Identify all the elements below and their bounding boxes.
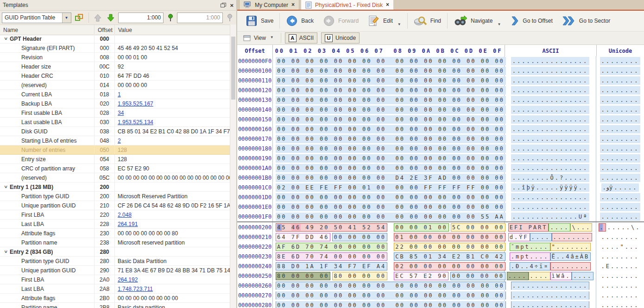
- next-field-button[interactable]: [105, 12, 116, 23]
- hex-field-segment[interactable]: 00 00 00 00 00 00 00 00 00 00 00 00 00 0…: [276, 213, 506, 221]
- hex-field-segment[interactable]: ................: [511, 76, 590, 85]
- ascii-cell[interactable]: ................: [505, 105, 596, 114]
- hex-field-segment[interactable]: 00 00 00 00 00 00 00 00 00 00 00 00 00 0…: [276, 154, 506, 163]
- hex-field-segment[interactable]: ................: [511, 291, 590, 300]
- hex-bytes-cell[interactable]: 00 00 00 00 00 00 00 00 00 00 00 00 00 0…: [273, 212, 505, 221]
- hex-field-segment[interactable]: ........: [600, 96, 641, 104]
- value-link[interactable]: 264.191: [118, 221, 138, 227]
- template-row[interactable]: First LBA2202.048: [0, 210, 230, 220]
- hex-bytes-cell[interactable]: 00 00 00 00 00 00 00 00 00 00 00 00 00 0…: [273, 95, 505, 105]
- hex-field-segment[interactable]: 00 00 00 00 00 00 00 00 D4 2E 3F AD 00 0…: [276, 174, 506, 182]
- view-menu-button[interactable]: View ▼: [240, 33, 277, 43]
- hex-field-segment[interactable]: 00 00 00 00 00 00 00 00 00 00 00 00 00 0…: [276, 164, 506, 172]
- hex-field-segment[interactable]: ................: [511, 145, 590, 153]
- hex-field-segment[interactable]: ................: [511, 86, 590, 94]
- template-row[interactable]: Header CRC01064 7F DD 46: [0, 71, 230, 81]
- template-row[interactable]: Partition name238Microsoft reserved part…: [0, 238, 230, 247]
- template-row[interactable]: >Entry 2 (834 GB)280: [0, 247, 230, 257]
- close-panel-icon[interactable]: ×: [230, 2, 234, 8]
- template-row[interactable]: Unique partition GUID29071 E8 3A 4E 67 B…: [0, 266, 230, 275]
- ascii-cell[interactable]: ................: [505, 144, 596, 153]
- hex-field-segment[interactable]: ........: [550, 262, 591, 270]
- template-row[interactable]: Partition type GUID200Microsoft Reserved…: [0, 192, 230, 201]
- hex-bytes-cell[interactable]: AF 6D 70 74 00 00 00 0022 00 00 00 00 00…: [273, 242, 505, 251]
- hex-field-segment[interactable]: ................: [511, 301, 590, 308]
- back-button[interactable]: Back: [281, 12, 318, 30]
- unicode-cell[interactable]: ........: [596, 202, 644, 212]
- hex-field-segment[interactable]: ........: [600, 76, 641, 85]
- ascii-cell[interactable]: d.ÝF............: [505, 232, 596, 242]
- hex-field-segment[interactable]: ".......: [550, 243, 591, 251]
- value-link[interactable]: 1: [118, 91, 121, 98]
- forward-button[interactable]: Forward: [318, 12, 363, 30]
- hex-field-segment[interactable]: 02 00 EE FE FF 00 01 00 00 00 FF FF FF F…: [276, 183, 506, 192]
- template-row[interactable]: Signature (EFI PART)00045 46 49 20 50 41…: [0, 44, 230, 53]
- template-row[interactable]: Revision00800 00 01 00: [0, 53, 230, 62]
- ascii-cell[interactable]: ................: [505, 124, 596, 134]
- unicode-cell[interactable]: ........: [596, 105, 644, 114]
- hex-row[interactable]: 000000014000 00 00 00 00 00 00 00 00 00 …: [237, 105, 644, 114]
- template-row[interactable]: Disk GUID038CB 85 01 34 E2 B1 C0 42 88 D…: [0, 127, 230, 136]
- ascii-cell[interactable]: ................: [505, 153, 596, 163]
- hex-field-segment[interactable]: ........: [600, 213, 641, 221]
- hex-row[interactable]: 000000011000 00 00 00 00 00 00 00 00 00 …: [237, 75, 644, 85]
- template-position-input-secondary[interactable]: 1:000: [177, 13, 223, 23]
- chevron-expanded-icon[interactable]: >: [3, 183, 8, 191]
- unicode-cell[interactable]: .E......: [596, 261, 644, 271]
- chevron-expanded-icon[interactable]: >: [3, 248, 8, 256]
- value-link[interactable]: 2.048: [118, 212, 132, 218]
- chevron-down-icon[interactable]: ▼: [497, 22, 501, 26]
- hex-row[interactable]: 00000002308E 6D 70 74 00 00 00 00CB 85 0…: [237, 251, 644, 261]
- ascii-cell[interactable]: .mpt....Ë..4â±ÀB: [505, 251, 596, 261]
- unicode-cell[interactable]: ........: [596, 95, 644, 105]
- hex-field-segment[interactable]: ................: [511, 57, 590, 65]
- hex-field-segment[interactable]: 00 00 00 00 00 00 00 00 00 00 00 00 00 0…: [276, 282, 506, 290]
- hex-field-segment[interactable]: 88 D0 1A 1F 34 F7 EF A4: [276, 262, 387, 270]
- unicode-cell[interactable]: ........: [596, 75, 644, 85]
- template-row[interactable]: >GPT Header000: [0, 34, 230, 44]
- value-link[interactable]: 1.953.525.167: [118, 101, 153, 107]
- hex-row[interactable]: 000000020045 46 49 20 50 41 52 5400 00 0…: [237, 221, 644, 232]
- unicode-cell[interactable]: ........: [596, 300, 644, 308]
- hex-field-segment[interactable]: 00 00 00 00 00 00 00 00 00 00 00 00 00 0…: [276, 106, 506, 114]
- hex-row[interactable]: 000000010000 00 00 00 00 00 00 00 00 00 …: [237, 66, 644, 75]
- hex-field-segment[interactable]: .ﻮÿ.....: [601, 183, 639, 192]
- hex-field-segment[interactable]: ........: [600, 106, 641, 114]
- hex-field-segment[interactable]: ........Ô.?.....: [511, 174, 590, 182]
- unicode-cell[interactable]: ........: [596, 163, 644, 173]
- hex-field-segment[interactable]: d.ÝF: [508, 233, 530, 241]
- template-row[interactable]: First usable LBA02834: [0, 108, 230, 118]
- ascii-cell[interactable]: .Ð..4÷ï¤........: [505, 261, 596, 271]
- unicode-cell[interactable]: ........: [596, 192, 644, 202]
- hex-field-segment[interactable]: ................: [511, 125, 590, 133]
- template-row[interactable]: Number of entries050128: [0, 145, 230, 155]
- unicode-cell[interactable]: ........: [596, 281, 644, 290]
- hex-field-segment[interactable]: ................: [511, 135, 590, 143]
- template-row[interactable]: Last LBA2A81.748.723.711: [0, 284, 230, 294]
- unicode-cell[interactable]: ........: [596, 66, 644, 75]
- template-position-input[interactable]: 1:000: [118, 13, 164, 23]
- hex-field-segment[interactable]: ........: [600, 233, 641, 241]
- hex-field-segment[interactable]: ..îþÿ.....ÿÿÿÿ..: [511, 183, 590, 192]
- hex-field-segment[interactable]: 64 7F DD 46: [276, 233, 330, 241]
- close-tab-icon[interactable]: ×: [386, 2, 389, 8]
- hex-field-segment[interactable]: 02 00 00 00 00 00 00 00: [394, 262, 505, 270]
- hex-field-segment[interactable]: ........: [600, 193, 641, 201]
- hex-bytes-cell[interactable]: 00 00 00 00 00 00 00 00 00 00 00 00 00 0…: [273, 144, 505, 153]
- hex-field-segment[interactable]: 00 00 00 00 00 00 00 00 00 00 00 00 00 0…: [276, 86, 506, 94]
- template-row[interactable]: Header size00C92: [0, 62, 230, 71]
- hex-field-segment[interactable]: ........: [600, 203, 641, 211]
- unicode-cell[interactable]: ........: [596, 212, 644, 221]
- hex-row[interactable]: 000000012000 00 00 00 00 00 00 00 00 00 …: [237, 85, 644, 95]
- chevron-expanded-icon[interactable]: >: [3, 35, 8, 43]
- hex-field-segment[interactable]: ........: [600, 86, 641, 94]
- hex-bytes-cell[interactable]: 00 00 00 00 00 00 00 00 00 00 00 00 00 0…: [273, 192, 505, 202]
- hex-field-segment[interactable]: ........: [600, 164, 641, 172]
- goto-offset-button[interactable]: Go to Offset: [505, 12, 557, 30]
- ascii-cell[interactable]: ................: [505, 114, 596, 124]
- unicode-cell[interactable]: ........: [596, 56, 644, 66]
- hex-field-segment[interactable]: ................: [511, 106, 590, 114]
- hex-field-segment[interactable]: 00 00 00 00 00 00 00 00 00 00 00 00 00 0…: [276, 301, 506, 308]
- pin-position-button[interactable]: [165, 12, 175, 23]
- ascii-toggle-button[interactable]: A ASCII: [285, 32, 317, 44]
